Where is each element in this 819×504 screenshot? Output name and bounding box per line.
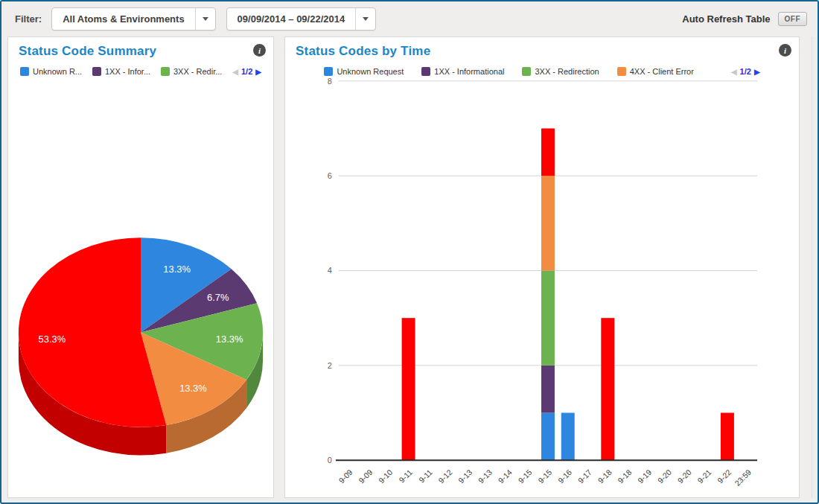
legend-swatch-icon [20, 67, 29, 76]
bar-legend: Unknown Request1XX - Informational3XX - … [285, 66, 799, 77]
bar-chart[interactable]: 024689-099-099-109-119-119-129-139-139-1… [285, 37, 799, 497]
dashboard-frame: Filter: All Atoms & Environments 09/09/2… [0, 0, 819, 504]
x-axis-tick-label: 9-17 [576, 468, 593, 485]
bar-segment[interactable] [721, 412, 734, 460]
pager-next-icon[interactable]: ▶ [754, 68, 760, 76]
x-axis-tick-label: 9-21 [696, 468, 713, 485]
status-code-summary-panel: Status Code Summary i Unknown R...1XX - … [7, 36, 274, 498]
info-icon[interactable]: i [779, 44, 791, 57]
atoms-environments-value: All Atoms & Environments [52, 13, 194, 25]
bar-segment[interactable] [541, 128, 555, 176]
chevron-down-icon[interactable] [196, 17, 215, 21]
x-axis-tick-label: 9-16 [557, 468, 574, 485]
legend-pager: ◀1/2▶ [232, 67, 261, 76]
panel-title: Status Code Summary [19, 44, 156, 59]
pie-slice-label: 13.3% [179, 383, 207, 394]
auto-refresh-toggle[interactable]: OFF [778, 12, 808, 26]
bar-segment[interactable] [541, 176, 555, 270]
legend-item[interactable]: Unknown R... [20, 67, 82, 76]
legend-label: 3XX - Redirection [535, 67, 599, 76]
y-axis-tick-label: 0 [328, 456, 332, 465]
status-codes-by-time-panel: Status Codes by Time i Unknown Request1X… [284, 36, 800, 498]
x-axis-tick-label: 9-15 [517, 468, 534, 485]
x-axis-tick-label: 9-11 [418, 468, 434, 485]
legend-item[interactable]: 3XX - Redirection [522, 67, 599, 76]
x-axis-tick-label: 9-10 [377, 468, 395, 485]
bar-segment[interactable] [541, 412, 555, 460]
pager-prev-icon[interactable]: ◀ [232, 68, 238, 76]
x-axis-tick-label: 9-11 [398, 468, 414, 485]
bar-segment[interactable] [402, 318, 415, 460]
y-axis-tick-label: 8 [328, 77, 332, 86]
pager-next-icon[interactable]: ▶ [255, 68, 261, 76]
legend-label: 3XX - Redir... [173, 67, 222, 76]
pie-slice-label: 53.3% [39, 334, 66, 345]
legend-item[interactable]: 1XX - Infor... [92, 67, 150, 76]
x-axis-tick-label: 9-09 [337, 468, 354, 485]
legend-swatch-icon [92, 67, 101, 76]
panel-title: Status Codes by Time [296, 44, 430, 59]
legend-swatch-icon [617, 67, 626, 76]
legend-item[interactable]: 3XX - Redir... [161, 67, 222, 76]
bar-segment[interactable] [541, 366, 555, 413]
legend-swatch-icon [421, 67, 430, 76]
x-axis-tick-label: 9-22 [716, 468, 733, 485]
legend-item[interactable]: 1XX - Informational [421, 67, 504, 76]
auto-refresh-label: Auto Refresh Table [682, 13, 770, 25]
pager-prev-icon[interactable]: ◀ [731, 68, 737, 76]
bar-segment[interactable] [601, 318, 614, 460]
dashboard-content: Status Code Summary i Unknown R...1XX - … [1, 36, 818, 503]
auto-refresh-group: Auto Refresh Table OFF [682, 12, 807, 26]
scrollbar-track[interactable] [812, 36, 819, 498]
legend-swatch-icon [161, 67, 170, 76]
info-icon[interactable]: i [253, 44, 266, 57]
pie-slice-label: 6.7% [207, 292, 229, 303]
legend-label: 4XX - Client Error [630, 67, 694, 76]
legend-swatch-icon [324, 67, 333, 76]
x-axis-tick-label: 9-18 [596, 468, 614, 485]
x-axis-tick-label: 9-15 [537, 468, 554, 485]
pie-slice-label: 13.3% [163, 264, 191, 275]
filter-label: Filter: [15, 13, 42, 25]
pie-chart[interactable]: 13.3%6.7%13.3%13.3%53.3% [8, 37, 273, 497]
legend-pager: ◀1/2▶ [731, 67, 760, 76]
filter-bar: Filter: All Atoms & Environments 09/09/2… [1, 1, 818, 36]
y-axis-tick-label: 4 [328, 266, 332, 275]
pager-page-number: 1/2 [740, 67, 751, 76]
date-range-value: 09/09/2014 – 09/22/2014 [227, 13, 356, 25]
y-axis-tick-label: 2 [328, 361, 332, 370]
x-axis-tick-label: 9-14 [497, 468, 514, 485]
bar-segment[interactable] [561, 412, 575, 460]
x-axis-tick-label: 9-13 [477, 468, 494, 485]
bar-segment[interactable] [541, 270, 555, 365]
legend-label: 1XX - Infor... [105, 67, 150, 76]
legend-label: Unknown Request [337, 67, 404, 76]
legend-item[interactable]: Unknown Request [324, 67, 404, 76]
x-axis-tick-label: 9-13 [457, 468, 474, 485]
y-axis-tick-label: 6 [328, 171, 332, 180]
x-axis-tick-label: 9-18 [616, 468, 634, 485]
legend-item[interactable]: 4XX - Client Error [617, 67, 694, 76]
date-range-dropdown[interactable]: 09/09/2014 – 09/22/2014 [226, 7, 377, 31]
legend-label: Unknown R... [33, 67, 82, 76]
pie-legend: Unknown R...1XX - Infor...3XX - Redir...… [8, 66, 273, 77]
pie-slice-label: 13.3% [216, 334, 243, 345]
chevron-down-icon[interactable] [356, 17, 375, 21]
x-axis-tick-label: 9-20 [656, 468, 673, 485]
x-axis-tick-label: 9-19 [637, 468, 654, 485]
x-axis-tick-label: 9-20 [676, 468, 693, 485]
x-axis-tick-label: 9-09 [357, 468, 375, 485]
pager-page-number: 1/2 [241, 67, 252, 76]
legend-label: 1XX - Informational [434, 67, 504, 76]
legend-swatch-icon [522, 67, 531, 76]
x-axis-tick-label: 9-12 [437, 468, 454, 485]
atoms-environments-dropdown[interactable]: All Atoms & Environments [51, 7, 215, 31]
x-axis-tick-label: 23:59 [733, 468, 753, 488]
